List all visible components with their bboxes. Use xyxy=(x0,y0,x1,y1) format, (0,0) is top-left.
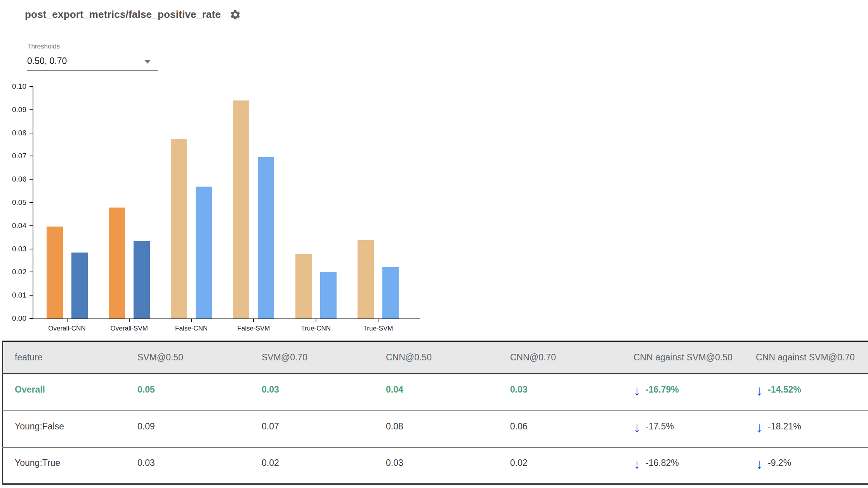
column-header-0: feature xyxy=(3,341,126,374)
bar-false-svm-t070 xyxy=(258,157,274,318)
y-tick xyxy=(30,179,33,180)
y-tick xyxy=(30,109,33,110)
y-tick xyxy=(30,318,33,319)
change-percent-label: -14.52% xyxy=(768,384,801,395)
change-cell: ↓-17.5% xyxy=(622,411,744,448)
trend-down-arrow-icon: ↓ xyxy=(756,385,763,396)
trend-down-arrow-icon: ↓ xyxy=(756,458,763,470)
change-cell: ↓-14.52% xyxy=(744,374,868,411)
x-axis-category-label: False-CNN xyxy=(158,325,224,332)
feature-cell: Young:False xyxy=(3,411,126,448)
table-row-young-false[interactable]: Young:False0.090.070.080.06↓-17.5%↓-18.2… xyxy=(3,411,868,448)
change-cell: ↓-18.21% xyxy=(744,411,868,448)
change-percent-label: -16.82% xyxy=(646,458,679,468)
y-tick-label: 0.02 xyxy=(2,268,26,276)
bar-overall-svm-t050 xyxy=(109,208,125,318)
metric-value-cell: 0.02 xyxy=(498,448,622,485)
column-header-4: CNN@0.70 xyxy=(498,341,622,374)
change-percent-label: -16.79% xyxy=(646,384,679,395)
y-tick xyxy=(30,86,33,87)
change-percent-label: -18.21% xyxy=(768,421,801,432)
metric-value-cell: 0.03 xyxy=(498,374,622,411)
x-tick xyxy=(129,319,130,322)
y-tick-label: 0.10 xyxy=(2,82,26,91)
y-tick-label: 0.06 xyxy=(2,175,26,183)
change-cell: ↓-16.79% xyxy=(622,374,744,411)
column-header-2: SVM@0.70 xyxy=(250,341,374,374)
trend-down-arrow-icon: ↓ xyxy=(634,422,641,433)
y-tick-label: 0.07 xyxy=(2,152,26,160)
table-header-row: featureSVM@0.50SVM@0.70CNN@0.50CNN@0.70C… xyxy=(3,341,868,374)
y-tick xyxy=(30,295,33,296)
table-row-young-true[interactable]: Young:True0.030.020.030.02↓-16.82%↓-9.2% xyxy=(3,448,868,485)
y-tick xyxy=(30,156,33,156)
metrics-table: featureSVM@0.50SVM@0.70CNN@0.50CNN@0.70C… xyxy=(2,341,868,485)
bar-overall-svm-t070 xyxy=(134,241,150,318)
bar-false-cnn-t050 xyxy=(171,139,187,318)
x-tick xyxy=(191,319,192,322)
metric-value-cell: 0.04 xyxy=(374,374,498,411)
column-header-6: CNN against SVM@0.70 xyxy=(744,341,868,374)
panel-header: post_export_metrics/false_positive_rate xyxy=(25,9,241,21)
metric-value-cell: 0.03 xyxy=(374,448,498,485)
metric-value-cell: 0.05 xyxy=(126,374,250,411)
metric-value-cell: 0.08 xyxy=(374,411,498,448)
x-tick xyxy=(316,319,316,322)
change-cell: ↓-16.82% xyxy=(622,448,744,485)
y-tick-label: 0.03 xyxy=(2,245,26,253)
metric-value-cell: 0.06 xyxy=(498,411,622,448)
x-tick xyxy=(253,319,254,322)
y-tick-label: 0.00 xyxy=(2,314,26,323)
column-header-5: CNN against SVM@0.50 xyxy=(622,341,744,374)
bar-overall-cnn-t070 xyxy=(71,253,88,318)
bar-true-cnn-t070 xyxy=(320,272,337,318)
page-title: post_export_metrics/false_positive_rate xyxy=(25,9,221,21)
bar-true-cnn-t050 xyxy=(295,254,312,318)
y-tick xyxy=(30,133,33,133)
trend-down-arrow-icon: ↓ xyxy=(634,385,641,396)
metric-value-cell: 0.03 xyxy=(126,448,250,485)
y-tick xyxy=(30,225,33,226)
y-tick-label: 0.04 xyxy=(2,222,26,230)
y-tick xyxy=(30,272,33,272)
bar-false-svm-t050 xyxy=(233,100,249,318)
change-percent-label: -17.5% xyxy=(646,421,674,432)
metric-value-cell: 0.03 xyxy=(250,374,374,411)
feature-cell: Overall xyxy=(3,374,126,411)
trend-down-arrow-icon: ↓ xyxy=(756,422,763,433)
y-tick xyxy=(30,249,33,249)
gear-icon[interactable] xyxy=(229,9,241,21)
x-axis-category-label: False-SVM xyxy=(220,325,286,332)
bar-false-cnn-t070 xyxy=(196,187,212,318)
x-axis-category-label: True-SVM xyxy=(345,325,411,332)
column-header-3: CNN@0.50 xyxy=(374,341,498,374)
feature-cell: Young:True xyxy=(3,448,126,485)
x-axis-line xyxy=(33,318,420,319)
metric-value-cell: 0.07 xyxy=(250,411,374,448)
thresholds-label: Thresholds xyxy=(27,43,158,50)
chevron-down-icon xyxy=(144,60,151,64)
thresholds-value: 0.50, 0.70 xyxy=(27,56,67,66)
false-positive-rate-bar-chart: 0.100.090.080.070.060.050.040.030.020.01… xyxy=(0,78,435,341)
x-axis-category-label: Overall-SVM xyxy=(96,325,162,332)
thresholds-control: Thresholds 0.50, 0.70 xyxy=(27,43,158,71)
y-tick-label: 0.08 xyxy=(2,129,26,137)
x-axis-category-label: Overall-CNN xyxy=(34,325,100,332)
y-tick-label: 0.01 xyxy=(2,291,26,299)
x-tick xyxy=(67,319,68,322)
y-tick-label: 0.05 xyxy=(2,198,26,207)
change-percent-label: -9.2% xyxy=(768,458,791,468)
trend-down-arrow-icon: ↓ xyxy=(634,458,641,470)
bar-true-svm-t070 xyxy=(382,267,399,318)
metric-value-cell: 0.09 xyxy=(126,411,250,448)
bar-true-svm-t050 xyxy=(358,240,374,318)
table-row-overall[interactable]: Overall0.050.030.040.03↓-16.79%↓-14.52% xyxy=(3,374,868,411)
column-header-1: SVM@0.50 xyxy=(126,341,250,374)
y-tick xyxy=(30,202,33,203)
bar-overall-cnn-t050 xyxy=(47,227,63,318)
x-axis-category-label: True-CNN xyxy=(283,325,349,332)
y-tick-label: 0.09 xyxy=(2,106,26,114)
metric-value-cell: 0.02 xyxy=(250,448,374,485)
change-cell: ↓-9.2% xyxy=(744,448,868,485)
thresholds-dropdown[interactable]: 0.50, 0.70 xyxy=(27,54,158,71)
